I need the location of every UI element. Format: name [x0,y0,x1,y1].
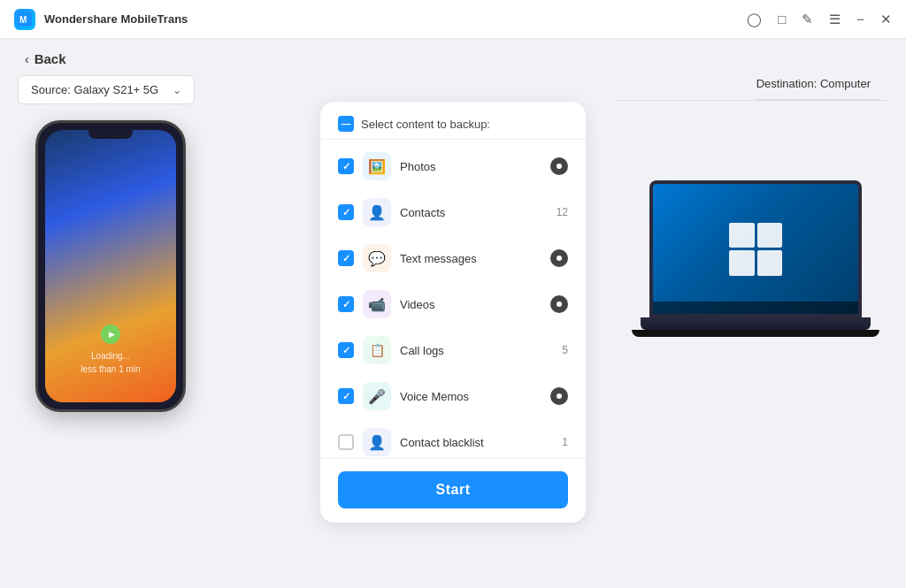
svg-text:M: M [19,15,27,25]
account-icon[interactable]: ◯ [747,11,762,27]
videos-checkbox[interactable] [338,296,354,312]
phone-screen: Loading... less than 1 min [45,130,176,402]
list-item[interactable]: 🖼️ Photos [320,143,586,189]
center-column: Select content to backup: 🖼️ Photos 👤 [290,75,617,523]
items-list: 🖼️ Photos 👤 Contacts 12 💬 [320,140,586,458]
calllogs-label: Call logs [400,344,553,357]
calllogs-checkbox[interactable] [338,342,354,358]
laptop-bottom [632,330,879,337]
videos-badge [550,295,568,313]
content-panel: Select content to backup: 🖼️ Photos 👤 [320,102,586,523]
panel-header-text: Select content to backup: [361,118,490,131]
blacklist-icon: 👤 [363,428,391,456]
calllogs-badge: 5 [562,344,568,356]
photos-icon: 🖼️ [363,152,391,180]
phone-notch [88,130,133,139]
window-icon[interactable]: □ [778,11,786,27]
loading-text: Loading... less than 1 min [45,349,176,376]
win-taskbar [653,302,858,314]
voicememos-icon: 🎤 [363,382,391,410]
videos-label: Videos [400,298,541,311]
source-label: Source: Galaxy S21+ 5G [31,83,165,96]
texts-icon: 💬 [363,244,391,272]
contacts-checkbox[interactable] [338,204,354,220]
list-item[interactable]: 📋 Call logs 5 [320,327,586,373]
partial-checkbox[interactable] [338,116,354,132]
photos-badge [550,157,568,175]
titlebar: M Wondershare MobileTrans ◯ □ ✎ ☰ − ✕ [0,0,906,39]
phone-loading: Loading... less than 1 min [45,325,176,376]
start-button[interactable]: Start [338,471,568,508]
contacts-icon: 👤 [363,198,391,226]
app-logo: M [14,9,35,30]
source-selector[interactable]: Source: Galaxy S21+ 5G ⌄ [18,75,195,104]
win-pane-1 [729,223,755,248]
loading-icon [101,325,120,344]
voicememos-badge [550,387,568,405]
laptop-screen-inner [653,184,858,314]
photos-label: Photos [400,160,541,173]
calllogs-icon: 📋 [363,336,391,364]
blacklist-label: Contact blacklist [400,436,553,449]
panel-header: Select content to backup: [320,102,586,140]
contacts-label: Contacts [400,206,548,219]
list-item[interactable]: 👤 Contact blacklist 1 [320,419,586,458]
titlebar-controls: ◯ □ ✎ ☰ − ✕ [747,11,892,27]
photos-checkbox[interactable] [338,158,354,174]
left-column: Source: Galaxy S21+ 5G ⌄ Loading... less… [18,75,290,412]
right-column: Destination: Computer [617,75,889,337]
phone-mockup: Loading... less than 1 min [35,120,186,412]
titlebar-left: M Wondershare MobileTrans [14,9,188,30]
list-item[interactable]: 💬 Text messages [320,235,586,281]
laptop-base [641,317,871,330]
main-content: ‹ Back Source: Galaxy S21+ 5G ⌄ Loading.… [0,39,906,588]
blacklist-checkbox[interactable] [338,434,354,450]
app-title: Wondershare MobileTrans [44,12,188,26]
back-nav[interactable]: ‹ Back [0,39,906,75]
win-pane-4 [757,250,783,276]
close-icon[interactable]: ✕ [880,11,892,27]
voicememos-checkbox[interactable] [338,388,354,404]
texts-checkbox[interactable] [338,250,354,266]
blacklist-badge: 1 [562,436,568,448]
back-label: Back [35,51,66,66]
windows-logo [729,223,782,276]
menu-icon[interactable]: ☰ [829,11,841,27]
columns-layout: Source: Galaxy S21+ 5G ⌄ Loading... less… [0,75,906,588]
texts-label: Text messages [400,252,541,265]
list-item[interactable]: 👤 Contacts 12 [320,189,586,235]
minimize-icon[interactable]: − [856,11,864,27]
win-pane-3 [729,250,755,276]
voicememos-label: Voice Memos [400,390,541,403]
destination-label: Destination: Computer [756,77,879,100]
back-arrow-icon: ‹ [25,52,29,66]
videos-icon: 📹 [363,290,391,318]
texts-badge [550,249,568,267]
list-item[interactable]: 📹 Videos [320,281,586,327]
edit-icon[interactable]: ✎ [802,11,813,27]
win-pane-2 [757,223,783,248]
start-button-wrap: Start [320,458,586,523]
laptop-mockup [649,180,879,337]
dropdown-arrow-icon: ⌄ [173,84,181,96]
contacts-badge: 12 [557,206,568,218]
list-item[interactable]: 🎤 Voice Memos [320,373,586,419]
laptop-screen [649,180,862,317]
